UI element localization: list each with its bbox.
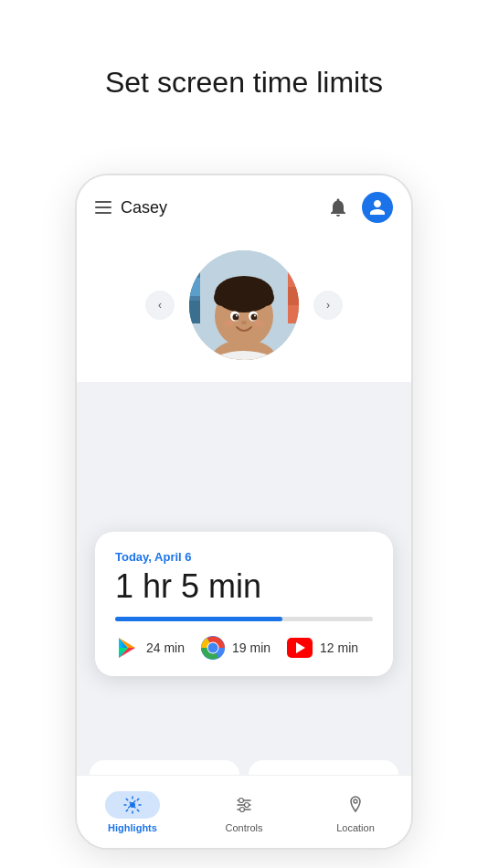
svg-rect-6 xyxy=(288,287,299,305)
nav-controls[interactable]: Controls xyxy=(207,791,281,833)
highlights-icon xyxy=(122,795,143,815)
profile-image xyxy=(189,250,299,360)
svg-point-18 xyxy=(254,315,256,317)
phone-header: Casey xyxy=(77,175,411,232)
profile-section: ‹ xyxy=(77,232,411,382)
svg-point-28 xyxy=(208,643,218,653)
location-nav-label: Location xyxy=(336,822,375,833)
left-arrow-button[interactable]: ‹ xyxy=(145,291,175,320)
svg-point-38 xyxy=(354,799,357,803)
app-usage-row: 24 min 19 min xyxy=(115,636,373,660)
controls-nav-label: Controls xyxy=(226,822,263,833)
location-nav-icon-wrapper xyxy=(328,791,383,819)
location-icon xyxy=(345,795,366,815)
youtube-icon xyxy=(287,638,313,658)
youtube-usage: 12 min xyxy=(287,638,358,658)
highlights-nav-label: Highlights xyxy=(108,822,157,833)
youtube-time: 12 min xyxy=(320,640,358,655)
chrome-time: 19 min xyxy=(232,640,271,655)
svg-point-17 xyxy=(236,315,238,317)
progress-bar-fill xyxy=(115,617,282,621)
play-store-icon xyxy=(115,636,139,660)
svg-point-16 xyxy=(251,314,258,321)
controls-nav-icon-wrapper xyxy=(217,791,271,819)
page-title: Set screen time limits xyxy=(0,0,488,128)
svg-point-19 xyxy=(241,321,247,324)
right-arrow-button[interactable]: › xyxy=(313,291,343,320)
nav-highlights[interactable]: Highlights xyxy=(96,791,169,833)
svg-point-37 xyxy=(240,807,245,811)
svg-rect-3 xyxy=(189,278,200,296)
svg-point-11 xyxy=(214,290,230,306)
chrome-icon xyxy=(201,636,225,660)
bottom-nav: Highlights Controls xyxy=(77,775,411,848)
bell-icon[interactable] xyxy=(327,196,349,218)
card-date: Today, April 6 xyxy=(115,550,373,564)
card-time: 1 hr 5 min xyxy=(115,567,373,606)
svg-point-35 xyxy=(239,798,244,802)
phone-mockup: Casey ‹ xyxy=(75,174,413,850)
nav-location[interactable]: Location xyxy=(319,791,392,833)
avatar-icon[interactable] xyxy=(362,192,393,223)
chrome-usage: 19 min xyxy=(201,636,271,660)
svg-point-36 xyxy=(245,802,249,807)
svg-point-15 xyxy=(233,314,239,321)
svg-point-21 xyxy=(253,320,264,327)
svg-point-20 xyxy=(224,320,235,327)
svg-rect-4 xyxy=(189,301,200,323)
controls-icon xyxy=(234,795,254,815)
play-store-time: 24 min xyxy=(146,640,185,655)
play-store-usage: 24 min xyxy=(115,636,185,660)
hamburger-icon[interactable] xyxy=(95,201,111,214)
highlights-nav-icon-wrapper xyxy=(105,791,160,819)
user-name-label: Casey xyxy=(121,198,167,217)
usage-card: Today, April 6 1 hr 5 min xyxy=(95,532,393,676)
svg-point-12 xyxy=(258,290,274,306)
progress-bar xyxy=(115,617,373,621)
